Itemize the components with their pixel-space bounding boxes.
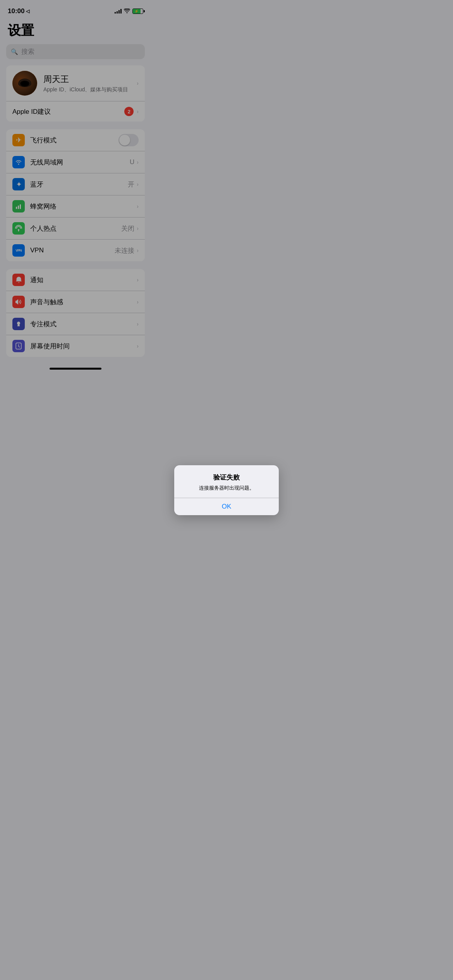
- alert-overlay: 验证失败 连接服务器时出现问题。 OK: [0, 0, 151, 371]
